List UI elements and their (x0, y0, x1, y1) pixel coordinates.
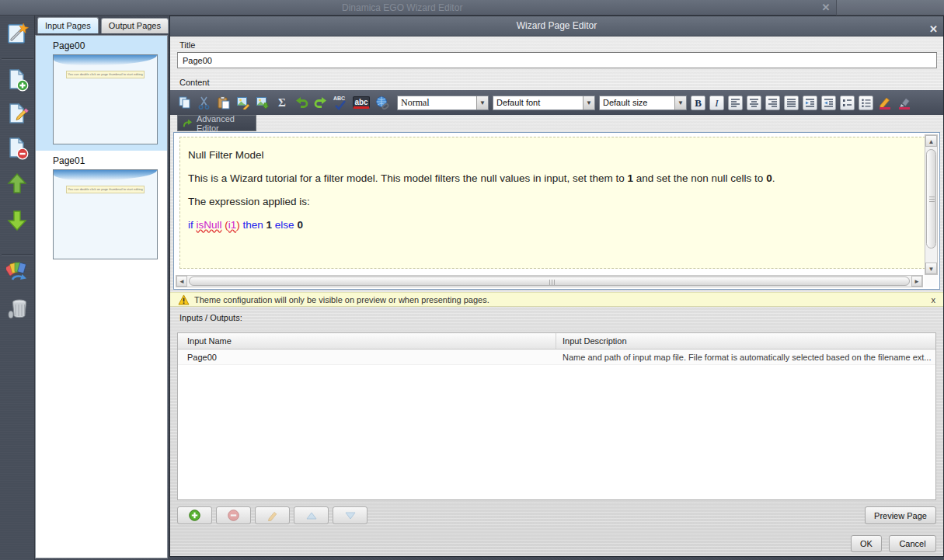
align-center-icon[interactable] (747, 96, 761, 110)
align-left-icon[interactable] (728, 96, 743, 110)
io-header-input-description[interactable]: Input Description (556, 333, 935, 349)
chevron-down-icon[interactable]: ▼ (476, 96, 488, 110)
warning-text: Theme configuration will only be visible… (194, 295, 489, 304)
tab-input-pages[interactable]: Input Pages (37, 17, 99, 33)
triangle-down-icon (345, 512, 356, 520)
content-editing-area[interactable]: Null Filter Model This is a Wizard tutor… (179, 137, 925, 269)
edit-page-icon[interactable] (6, 103, 30, 126)
advanced-editor-button[interactable]: Advanced Editor (177, 115, 256, 131)
edit-io-button[interactable] (255, 506, 290, 524)
titlebar-right-segment (836, 0, 944, 16)
insert-image-icon[interactable] (255, 95, 270, 110)
io-cell-name: Page00 (178, 350, 556, 364)
dialog-titlebar: Wizard Page Editor ✕ (170, 16, 943, 37)
move-down-icon[interactable] (6, 210, 30, 233)
page-label: Page00 (53, 40, 167, 51)
warning-icon (178, 294, 190, 305)
chevron-down-icon[interactable]: ▼ (674, 96, 686, 110)
page-thumbnail[interactable]: You can double click on page thumbnail t… (53, 54, 158, 144)
outdent-icon[interactable] (821, 96, 836, 110)
scroll-right-icon[interactable]: ► (911, 276, 922, 287)
content-paragraph: The expression applied is: (188, 195, 917, 209)
pages-tabbar: Input PagesOutput Pages (35, 16, 169, 35)
add-page-icon[interactable] (6, 68, 30, 92)
sidebar-divider (2, 254, 33, 256)
move-io-down-button[interactable] (333, 506, 367, 524)
scroll-up-icon[interactable]: ▲ (925, 135, 937, 147)
thumbnail-header-wave (54, 55, 157, 65)
scrollbar-corner (925, 275, 938, 287)
preview-page-button[interactable]: Preview Page (865, 506, 936, 524)
scroll-left-icon[interactable]: ◄ (176, 276, 187, 287)
pages-panel: Input PagesOutput Pages Page00 You can d… (35, 16, 169, 560)
remove-io-button[interactable] (216, 506, 251, 524)
redo-icon[interactable] (313, 95, 329, 110)
scroll-down-icon[interactable]: ▼ (925, 263, 937, 274)
vertical-scrollbar-thumb[interactable] (926, 149, 936, 249)
paste-icon[interactable] (216, 95, 232, 110)
insert-link-icon[interactable] (374, 95, 390, 110)
ordered-list-icon[interactable] (840, 96, 855, 110)
plus-icon (189, 510, 200, 521)
curved-arrow-icon (183, 118, 193, 128)
app-window: Dinamica EGO Wizard Editor ✕ (0, 0, 944, 560)
wizard-page-editor-dialog: Wizard Page Editor ✕ Title Content Σ ABC… (169, 16, 944, 557)
dialog-body: Title Content Σ ABC abc Normal ▼ (170, 37, 943, 556)
thumbnail-header-wave (54, 170, 157, 180)
pages-list: Page00 You can double click on page thum… (35, 35, 168, 558)
theme-cards-icon[interactable] (6, 260, 30, 283)
ok-button[interactable]: OK (851, 535, 882, 552)
undo-icon[interactable] (294, 95, 309, 110)
align-right-icon[interactable] (765, 96, 780, 110)
clear-formatting-icon[interactable]: abc (352, 95, 371, 110)
copy-icon[interactable] (177, 95, 193, 110)
editor-toolbar: Σ ABC abc Normal ▼ Default font ▼ Defaul… (170, 90, 943, 115)
font-family-select[interactable]: Default font ▼ (493, 96, 595, 110)
page-thumbnail[interactable]: You can double click on page thumbnail t… (53, 169, 158, 259)
main-close-icon[interactable]: ✕ (816, 1, 836, 14)
wizard-icon[interactable] (6, 22, 30, 45)
io-header-input-name[interactable]: Input Name (178, 333, 556, 349)
expression-line: if isNull (i1) then 1 else 0 (188, 218, 917, 232)
content-editor[interactable]: Null Filter Model This is a Wizard tutor… (173, 132, 940, 290)
tab-output-pages[interactable]: Output Pages (101, 18, 169, 33)
horizontal-scrollbar[interactable]: ◄ ► (176, 275, 923, 287)
vertical-scrollbar[interactable]: ▲ ▼ (925, 134, 938, 275)
bold-button[interactable]: B (691, 96, 705, 110)
cut-icon[interactable] (197, 95, 212, 110)
table-row[interactable]: Page00 Name and path of input map file. … (178, 350, 935, 365)
page-list-item[interactable]: Page01 You can double click on page thum… (36, 151, 167, 266)
io-table: Input Name Input Description Page00 Name… (177, 332, 936, 500)
italic-button[interactable]: I (709, 96, 724, 110)
page-label: Page01 (53, 155, 167, 166)
main-titlebar: Dinamica EGO Wizard Editor ✕ (0, 0, 944, 16)
align-justify-icon[interactable] (784, 96, 799, 110)
remove-page-icon[interactable] (6, 137, 30, 160)
move-io-up-button[interactable] (294, 506, 329, 524)
title-input[interactable] (177, 52, 937, 68)
page-list-item[interactable]: Page00 You can double click on page thum… (36, 36, 167, 151)
indent-icon[interactable] (803, 96, 817, 110)
text-color-icon[interactable] (877, 95, 893, 110)
advanced-editor-label: Advanced Editor (197, 114, 251, 133)
trash-icon[interactable] (6, 297, 30, 320)
bullet-list-icon[interactable] (859, 96, 873, 110)
insert-formula-icon[interactable]: Σ (274, 95, 290, 110)
thumbnail-note: You can double click on page thumbnail t… (66, 186, 145, 193)
minus-icon (228, 510, 239, 521)
add-io-button[interactable] (177, 506, 212, 524)
font-size-select[interactable]: Default size ▼ (599, 96, 687, 110)
warning-close-icon[interactable]: x (932, 295, 936, 304)
paragraph-style-select[interactable]: Normal ▼ (397, 96, 489, 110)
chevron-down-icon[interactable]: ▼ (583, 96, 594, 110)
highlight-color-icon[interactable] (897, 95, 912, 110)
move-up-icon[interactable] (6, 172, 30, 196)
io-table-header: Input Name Input Description (178, 333, 935, 350)
spellcheck-icon[interactable]: ABC (333, 95, 348, 110)
main-window-title: Dinamica EGO Wizard Editor (342, 2, 462, 13)
edit-image-icon[interactable] (235, 95, 251, 110)
horizontal-scrollbar-thumb[interactable] (189, 277, 910, 286)
theme-warning-bar: Theme configuration will only be visible… (170, 292, 943, 307)
title-label: Title (179, 40, 195, 50)
cancel-button[interactable]: Cancel (889, 535, 936, 552)
